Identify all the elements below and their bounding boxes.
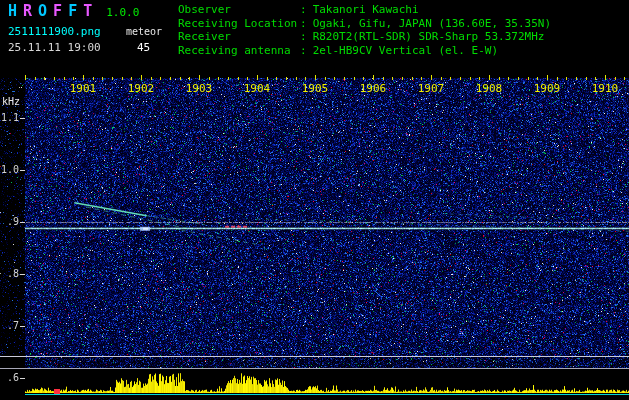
x-tick-label: 1901 — [68, 82, 98, 95]
spectrogram-canvas — [0, 0, 629, 400]
info-value: R820T2(RTL-SDR) SDR-Sharp 53.372MHz — [313, 30, 545, 43]
info-row-receiver: Receiver:R820T2(RTL-SDR) SDR-Sharp 53.37… — [178, 30, 551, 44]
info-label: Receiver — [178, 30, 300, 44]
x-tick-label: 1903 — [184, 82, 214, 95]
x-tick-label: 1909 — [532, 82, 562, 95]
info-separator: : — [300, 3, 307, 16]
logo-letter: F — [68, 2, 77, 20]
info-row-location: Receiving Location:Ogaki, Gifu, JAPAN (1… — [178, 17, 551, 31]
info-row-antenna: Receiving antenna:2el-HB9CV Vertical (el… — [178, 44, 551, 58]
file-name: 2511111900.png — [8, 25, 101, 38]
info-separator: : — [300, 17, 307, 30]
y-tick-label: .6 — [0, 372, 19, 383]
x-tick-label: 1908 — [474, 82, 504, 95]
info-separator: : — [300, 30, 307, 43]
logo-letter: H — [8, 2, 17, 20]
y-axis-unit: kHz — [2, 96, 20, 107]
info-label: Receiving antenna — [178, 44, 300, 58]
logo-letter: R — [23, 2, 32, 20]
info-value: 2el-HB9CV Vertical (el. E-W) — [313, 44, 498, 57]
info-value: Ogaki, Gifu, JAPAN (136.60E, 35.35N) — [313, 17, 551, 30]
y-tick-label: 1.1 — [0, 112, 19, 123]
mode-label: meteor — [126, 26, 162, 37]
x-tick-label: 1902 — [126, 82, 156, 95]
info-row-observer: Observer:Takanori Kawachi — [178, 3, 551, 17]
logo-letter: F — [53, 2, 62, 20]
info-value: Takanori Kawachi — [313, 3, 419, 16]
timestamp: 25.11.11 19:00 — [8, 41, 101, 54]
x-tick-label: 1904 — [242, 82, 272, 95]
station-info: Observer:Takanori Kawachi Receiving Loca… — [178, 3, 551, 57]
x-tick-label: 1910 — [590, 82, 620, 95]
x-tick-label: 1907 — [416, 82, 446, 95]
app-logo: HROFFT1.0.0 — [8, 2, 139, 20]
x-tick-label: 1905 — [300, 82, 330, 95]
app-version: 1.0.0 — [106, 6, 139, 19]
y-tick-label: .9 — [0, 216, 19, 227]
hrofft-screen: HROFFT1.0.0 2511111900.png meteor 25.11.… — [0, 0, 629, 400]
info-separator: : — [300, 44, 307, 57]
logo-letter: T — [83, 2, 92, 20]
info-label: Observer — [178, 3, 300, 17]
y-tick-label: .8 — [0, 268, 19, 279]
meteor-count: 45 — [137, 41, 150, 54]
logo-letter: O — [38, 2, 47, 20]
y-tick-label: .7 — [0, 320, 19, 331]
info-label: Receiving Location — [178, 17, 300, 31]
x-tick-label: 1906 — [358, 82, 388, 95]
y-tick-label: 1.0 — [0, 164, 19, 175]
